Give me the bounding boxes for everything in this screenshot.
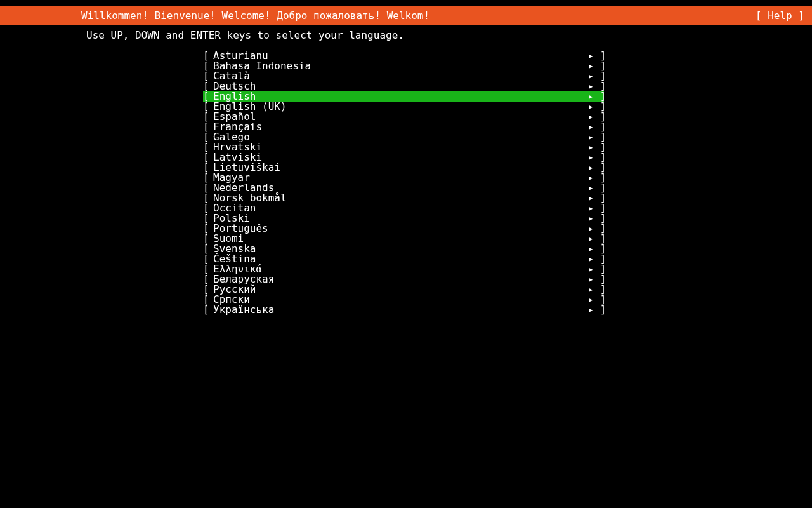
language-option[interactable]: [ Українська▸ ] [203, 305, 604, 315]
language-option[interactable]: [ Bahasa Indonesia▸ ] [203, 61, 604, 71]
language-option[interactable]: [ Suomi▸ ] [203, 234, 604, 244]
language-option[interactable]: [ Español▸ ] [203, 112, 604, 122]
chevron-right-icon: ▸ [584, 305, 594, 315]
language-option[interactable]: [ Català▸ ] [203, 71, 604, 81]
language-option[interactable]: [ Occitan▸ ] [203, 203, 604, 213]
language-option[interactable]: [ Deutsch▸ ] [203, 81, 604, 91]
language-option[interactable]: [ Galego▸ ] [203, 132, 604, 142]
language-option[interactable]: [ English (UK)▸ ] [203, 102, 604, 112]
header-bar: Willkommen! Bienvenue! Welcome! Добро по… [0, 6, 812, 25]
language-option[interactable]: [ Português▸ ] [203, 224, 604, 234]
language-option[interactable]: [ Français▸ ] [203, 122, 604, 132]
header-title: Willkommen! Bienvenue! Welcome! Добро по… [5, 11, 429, 21]
language-option[interactable]: [ Lietuviškai▸ ] [203, 163, 604, 173]
help-button[interactable]: [ Help ] [756, 11, 807, 21]
language-option[interactable]: [ Čeština▸ ] [203, 254, 604, 264]
language-option[interactable]: [ Norsk bokmål▸ ] [203, 193, 604, 203]
instruction-text: Use UP, DOWN and ENTER keys to select yo… [86, 30, 404, 41]
language-option[interactable]: [ Беларуская▸ ] [203, 274, 604, 284]
right-bracket: ] [594, 305, 604, 315]
window-top-border [0, 0, 812, 6]
language-label: Українська [213, 305, 274, 315]
language-option[interactable]: [ Русский▸ ] [203, 284, 604, 295]
language-list[interactable]: [ Asturianu▸ ][ Bahasa Indonesia▸ ][ Cat… [203, 51, 604, 315]
language-option[interactable]: [ Svenska▸ ] [203, 244, 604, 254]
language-option[interactable]: [ Hrvatski▸ ] [203, 142, 604, 152]
left-bracket: [ [203, 305, 213, 315]
